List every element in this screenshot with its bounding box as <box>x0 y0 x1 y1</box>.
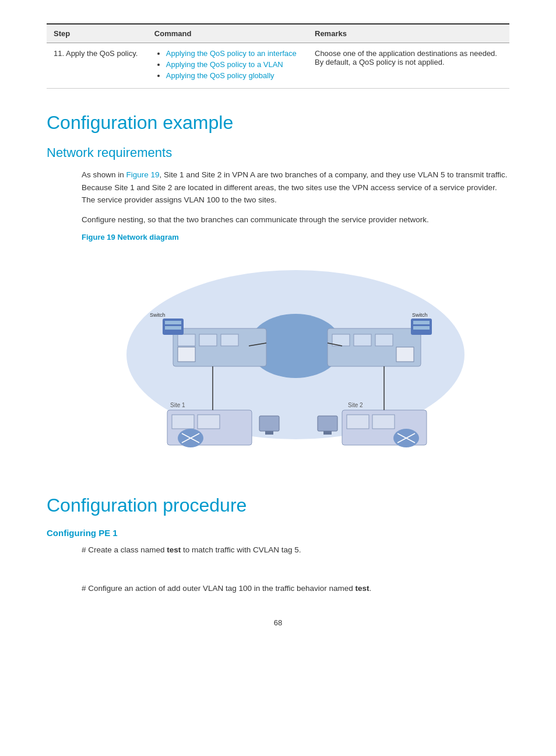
config-table: Step Command Remarks 11. Apply the QoS p… <box>47 23 509 89</box>
svg-text:Site 2: Site 2 <box>348 402 363 408</box>
step1-bold: test <box>167 545 181 554</box>
network-diagram-svg: Switch Switch Site 1 Site 2 <box>115 250 476 471</box>
col-remarks: Remarks <box>308 24 509 43</box>
step2-suffix: . <box>370 584 372 593</box>
step2-text: # Configure an action of add outer VLAN … <box>82 582 509 595</box>
table-row: 11. Apply the QoS policy. Applying the Q… <box>47 43 509 89</box>
svg-text:Switch: Switch <box>150 312 166 318</box>
svg-rect-24 <box>347 415 369 429</box>
cmd-link-1[interactable]: Applying the QoS policy to an interface <box>166 49 297 58</box>
figure-caption: Figure 19 Network diagram <box>82 233 509 242</box>
step2-bold: test <box>356 584 370 593</box>
config-procedure-section: Configuration procedure Configuring PE 1… <box>47 495 509 594</box>
svg-rect-4 <box>199 334 217 346</box>
config-example-section: Configuration example Network requiremen… <box>47 112 509 471</box>
network-req-subtitle: Network requirements <box>47 145 509 160</box>
remarks-line-2: By default, a QoS policy is not applied. <box>315 58 445 66</box>
svg-text:Site 1: Site 1 <box>170 402 185 408</box>
step2-prefix: # Configure an action of add outer VLAN … <box>82 584 356 593</box>
step1-prefix: # Create a class named <box>82 545 167 554</box>
svg-rect-22 <box>198 415 220 429</box>
svg-rect-9 <box>354 334 371 346</box>
network-req-para1: As shown in Figure 19, Site 1 and Site 2… <box>82 169 509 206</box>
svg-rect-33 <box>318 416 337 431</box>
svg-rect-14 <box>165 326 181 330</box>
svg-rect-17 <box>413 326 430 330</box>
col-command: Command <box>147 24 308 43</box>
svg-rect-11 <box>396 347 414 362</box>
svg-rect-13 <box>165 321 181 324</box>
svg-rect-34 <box>323 431 332 435</box>
cmd-link-2[interactable]: Applying the QoS policy to a VLAN <box>166 60 283 69</box>
config-example-title: Configuration example <box>47 112 509 134</box>
network-req-para2: Configure nesting, so that the two branc… <box>82 214 509 226</box>
network-diagram: Switch Switch Site 1 Site 2 <box>82 250 509 471</box>
step1-suffix: to match traffic with CVLAN tag 5. <box>181 545 301 554</box>
col-step: Step <box>47 24 147 43</box>
svg-rect-5 <box>221 334 238 346</box>
page-number: 68 <box>47 618 509 627</box>
svg-rect-6 <box>178 347 195 362</box>
svg-rect-29 <box>265 431 273 435</box>
svg-rect-28 <box>259 416 279 431</box>
cmd-link-3[interactable]: Applying the QoS policy globally <box>166 71 275 80</box>
remarks-cell: Choose one of the application destinatio… <box>308 43 509 89</box>
svg-text:Switch: Switch <box>412 312 428 318</box>
svg-rect-16 <box>413 321 430 324</box>
svg-rect-10 <box>375 334 393 346</box>
remarks-line-1: Choose one of the application destinatio… <box>315 49 497 58</box>
step1-text: # Create a class named test to match tra… <box>82 544 509 556</box>
svg-rect-25 <box>372 415 395 429</box>
svg-rect-3 <box>178 334 195 346</box>
step-cell: 11. Apply the QoS policy. <box>47 43 147 89</box>
svg-rect-21 <box>172 415 194 429</box>
command-cell: Applying the QoS policy to an interface … <box>147 43 308 89</box>
figure-link[interactable]: Figure 19 <box>126 170 160 179</box>
configuring-pe1-heading: Configuring PE 1 <box>47 528 509 538</box>
config-procedure-title: Configuration procedure <box>47 495 509 516</box>
